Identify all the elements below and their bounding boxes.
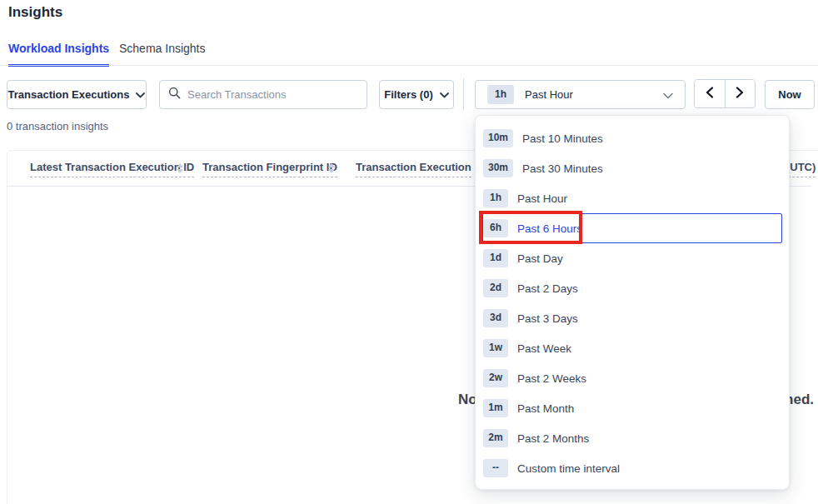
filters-button-label: Filters (0) <box>384 88 433 101</box>
time-option-2d[interactable]: 2dPast 2 Days <box>476 273 789 303</box>
time-range-label: Past Hour <box>525 88 573 101</box>
sort-icon[interactable] <box>177 163 184 173</box>
time-range-badge: 1h <box>487 85 514 103</box>
time-option-badge: 1d <box>483 249 508 267</box>
time-option-badge: 3d <box>483 309 508 327</box>
time-option-custom[interactable]: --Custom time interval <box>476 453 789 483</box>
time-option-badge: 2m <box>483 429 508 447</box>
page-title: Insights <box>8 4 62 21</box>
time-range-select[interactable]: 1h Past Hour <box>475 80 686 109</box>
tabbar-divider <box>0 65 818 66</box>
search-box[interactable] <box>159 80 367 109</box>
search-input[interactable] <box>187 88 358 101</box>
time-option-label: Past 2 Weeks <box>517 372 586 385</box>
time-option-label: Past 30 Minutes <box>522 162 603 175</box>
time-option-label: Past Week <box>517 342 571 355</box>
time-option-1m[interactable]: 1mPast Month <box>476 393 789 423</box>
chevron-left-icon <box>706 87 714 102</box>
chevron-right-icon <box>736 87 744 102</box>
sort-icon[interactable] <box>328 163 336 173</box>
time-option-1d[interactable]: 1dPast Day <box>476 243 789 273</box>
time-option-badge: 1m <box>483 399 508 417</box>
search-icon <box>168 87 181 102</box>
chevron-down-icon <box>136 88 145 101</box>
column-header-latest-transaction-execution-id[interactable]: Latest Transaction Execution ID <box>30 161 194 177</box>
time-option-label: Custom time interval <box>517 462 620 475</box>
time-option-label: Past 2 Months <box>517 432 589 445</box>
time-option-label: Past Hour <box>517 192 567 205</box>
time-option-30m[interactable]: 30mPast 30 Minutes <box>476 153 789 183</box>
previous-range-button[interactable] <box>695 80 726 107</box>
time-option-3d[interactable]: 3dPast 3 Days <box>476 303 789 333</box>
next-range-button[interactable] <box>726 80 756 107</box>
time-range-dropdown: 10mPast 10 Minutes30mPast 30 Minutes1hPa… <box>475 115 790 490</box>
time-option-label: Past 2 Days <box>517 282 578 295</box>
time-option-badge: 1h <box>483 189 508 207</box>
now-button[interactable]: Now <box>765 80 815 109</box>
filters-button[interactable]: Filters (0) <box>379 80 454 109</box>
time-option-badge: 30m <box>483 159 513 177</box>
time-option-6h[interactable]: 6hPast 6 Hours <box>476 213 789 243</box>
column-header-transaction-fingerprint-id[interactable]: Transaction Fingerprint ID <box>202 161 337 177</box>
time-option-1w[interactable]: 1wPast Week <box>476 333 789 363</box>
time-option-badge: -- <box>483 459 508 477</box>
time-option-label: Past Month <box>517 402 574 415</box>
time-option-1h[interactable]: 1hPast Hour <box>476 183 789 213</box>
insights-count-summary: 0 transaction insights <box>7 120 108 132</box>
time-option-label: Past 3 Days <box>517 312 578 325</box>
now-button-label: Now <box>778 88 801 101</box>
chevron-down-icon <box>663 87 673 102</box>
time-option-badge: 2d <box>483 279 508 297</box>
time-option-badge: 1w <box>483 339 508 357</box>
insight-type-select[interactable]: Transaction Executions <box>7 80 147 109</box>
time-option-label: Past 10 Minutes <box>522 132 603 145</box>
tab-workload-insights[interactable]: Workload Insights <box>8 42 109 67</box>
time-option-badge: 6h <box>483 219 508 237</box>
time-option-10m[interactable]: 10mPast 10 Minutes <box>476 123 789 153</box>
time-option-badge: 2w <box>483 369 508 387</box>
time-option-label: Past Day <box>517 252 563 265</box>
chevron-down-icon <box>440 88 449 101</box>
time-option-2w[interactable]: 2wPast 2 Weeks <box>476 363 789 393</box>
time-option-label: Past 6 Hours <box>517 222 582 235</box>
toolbar-divider <box>463 78 464 111</box>
time-option-2m[interactable]: 2mPast 2 Months <box>476 423 789 453</box>
column-header-transaction-execution[interactable]: Transaction Execution <box>356 161 471 177</box>
time-range-stepper <box>694 79 756 108</box>
time-option-badge: 10m <box>483 129 513 147</box>
tab-schema-insights[interactable]: Schema Insights <box>119 42 206 64</box>
insight-type-select-label: Transaction Executions <box>8 88 130 101</box>
